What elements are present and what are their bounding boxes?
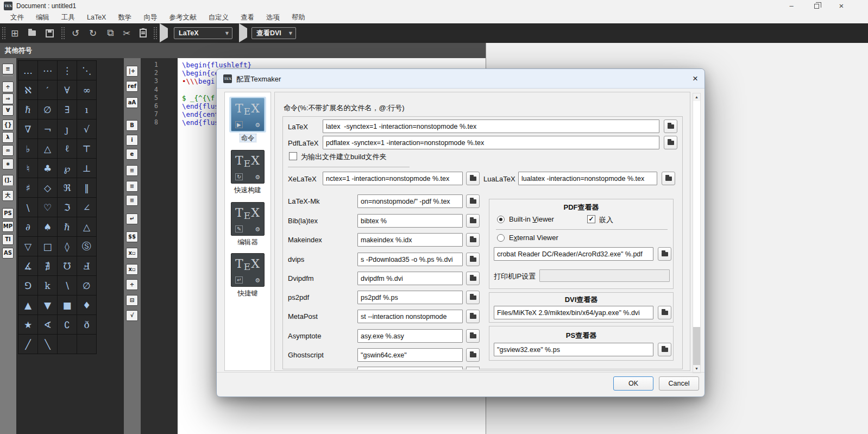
symbol-cell[interactable]: ℏ <box>58 217 77 236</box>
symbol-cell[interactable]: … <box>18 61 37 80</box>
browse-button[interactable] <box>466 272 480 285</box>
restore-button[interactable] <box>807 0 826 12</box>
metapost-command-input[interactable] <box>357 310 463 323</box>
stacked-fraction-tool[interactable]: ⊟ <box>126 295 138 306</box>
symbol-cell[interactable]: Ⅎ <box>77 256 96 275</box>
symbol-cell[interactable]: ∄ <box>38 256 57 275</box>
symbol-cell[interactable]: ∡ <box>18 256 37 275</box>
align-center-tool[interactable]: ≡ <box>126 181 138 192</box>
greek-letters-tab[interactable]: λ <box>2 132 14 143</box>
align-left-tool[interactable]: ≡ <box>126 165 138 176</box>
symbol-cell[interactable]: ∁ <box>58 315 77 334</box>
cancel-button[interactable]: Cancel <box>659 376 699 391</box>
browse-button[interactable] <box>466 348 480 362</box>
user-symbols-tab[interactable]: 大 <box>2 190 14 201</box>
dvips-command-input[interactable] <box>357 253 463 266</box>
bold-tool[interactable]: B <box>126 120 138 131</box>
symbol-cell[interactable]: ◊ <box>58 237 77 256</box>
ps2pdf-command-input[interactable] <box>357 291 463 304</box>
symbol-cell[interactable]: ♦ <box>77 295 96 315</box>
dvipdfm-command-input[interactable] <box>357 272 463 285</box>
external-viewer-radio[interactable] <box>497 234 505 242</box>
browse-button[interactable] <box>664 136 677 149</box>
symbol-cell[interactable]: ℜ <box>58 178 77 197</box>
menu-item-help[interactable]: 帮助 <box>286 12 311 23</box>
run-compile-button[interactable] <box>160 28 168 38</box>
browse-button[interactable] <box>466 233 480 247</box>
makeindex-command-input[interactable] <box>357 233 463 247</box>
menu-item-edit[interactable]: 编辑 <box>30 12 55 23</box>
symbol-cell[interactable]: ╲ <box>38 335 57 354</box>
dialog-scrollbar[interactable]: ▲ ▼ <box>693 93 701 373</box>
dvi-viewer-path-input[interactable] <box>494 306 653 319</box>
symbol-cell[interactable] <box>77 335 96 354</box>
builtin-viewer-radio[interactable] <box>497 216 505 223</box>
symbol-cell[interactable]: ‖ <box>77 178 96 197</box>
symbol-cell[interactable]: ▲ <box>18 295 37 315</box>
browse-button[interactable] <box>466 253 480 266</box>
scrollbar-thumb[interactable] <box>693 327 700 366</box>
symbol-cell[interactable]: ♮ <box>18 159 37 178</box>
menu-item-latex[interactable]: LaTeX <box>81 12 112 23</box>
symbol-cell[interactable]: △ <box>77 217 96 236</box>
symbol-cell[interactable]: ♯ <box>18 178 37 197</box>
symbol-cell[interactable]: ∅ <box>38 100 57 119</box>
structure-tab[interactable]: ≡ <box>2 64 14 74</box>
superscript-tool[interactable]: x▫ <box>126 264 138 275</box>
asymptote-command-input[interactable] <box>357 329 463 343</box>
asymptote-tab[interactable]: AS <box>2 248 14 259</box>
browse-button[interactable] <box>466 310 480 323</box>
symbol-cell[interactable]: ⋯ <box>38 61 57 80</box>
symbol-cell[interactable]: ∖ <box>58 276 77 295</box>
symbol-cell[interactable]: ℘ <box>58 159 77 178</box>
sqrt-tool[interactable]: √ <box>126 310 138 321</box>
browse-button[interactable] <box>664 119 677 133</box>
symbol-cell[interactable]: □ <box>38 237 57 256</box>
new-file-button[interactable]: ⊞ <box>8 26 22 40</box>
close-button[interactable]: × <box>832 0 851 12</box>
symbol-cell[interactable]: ∠ <box>77 198 96 217</box>
compile-select[interactable]: LaTeX ▾ <box>174 27 232 39</box>
symbol-cell[interactable]: ⋱ <box>77 61 96 80</box>
menu-item-options[interactable]: 选项 <box>260 12 286 23</box>
symbol-cell[interactable]: ♣ <box>38 159 57 178</box>
insert-tool[interactable]: |+ <box>126 66 138 77</box>
clipped-command-input[interactable] <box>357 367 463 369</box>
symbol-cell[interactable]: ★ <box>18 315 37 334</box>
math-mode-tool[interactable]: $$ <box>126 231 138 242</box>
symbol-cell[interactable]: ∢ <box>38 315 57 334</box>
most-used-symbols-tab[interactable]: ∗ <box>2 159 14 169</box>
embed-checkbox[interactable]: ✓ <box>587 215 595 223</box>
browse-button[interactable] <box>466 194 480 208</box>
symbol-cell[interactable]: k <box>38 276 57 295</box>
tikz-tab[interactable]: TI <box>2 234 14 245</box>
browse-button[interactable] <box>658 247 671 261</box>
misc-math-symbols-tab[interactable]: ∀ <box>2 105 14 116</box>
font-size-tool[interactable]: aA <box>126 97 138 108</box>
menu-item-user[interactable]: 自定义 <box>202 12 235 23</box>
bib-la-tex-command-input[interactable] <box>357 214 463 228</box>
dialog-close-button[interactable]: × <box>693 73 698 84</box>
toolbar-grip[interactable] <box>2 27 5 40</box>
pdf-viewer-path-input[interactable] <box>494 247 653 261</box>
xelatex-command-input[interactable] <box>323 172 463 185</box>
browse-button[interactable] <box>466 291 480 304</box>
browse-button[interactable] <box>662 172 675 185</box>
browse-button[interactable] <box>466 329 480 343</box>
cut-button[interactable]: ✂ <box>119 26 134 40</box>
symbol-cell[interactable]: ■ <box>58 295 77 315</box>
browse-button[interactable] <box>466 214 480 228</box>
symbol-cell[interactable]: ▽ <box>18 237 37 256</box>
label-ref-tool[interactable]: ref <box>126 81 138 92</box>
symbol-cell[interactable]: ∅ <box>77 276 96 295</box>
menu-item-bibliography[interactable]: 参考文献 <box>163 12 202 23</box>
ghostscript-command-input[interactable] <box>357 348 463 362</box>
symbol-cell[interactable]: ¬ <box>38 119 57 139</box>
toolbar-grip[interactable] <box>153 27 157 40</box>
subscript-tool[interactable]: x▫ <box>126 248 138 259</box>
symbol-cell[interactable]: ∇ <box>18 119 37 139</box>
symbol-cell[interactable]: ♭ <box>18 139 37 158</box>
symbol-cell[interactable]: ⊥ <box>77 159 96 178</box>
symbol-cell[interactable]: △ <box>38 139 57 158</box>
symbol-cell[interactable]: \ <box>18 198 37 217</box>
